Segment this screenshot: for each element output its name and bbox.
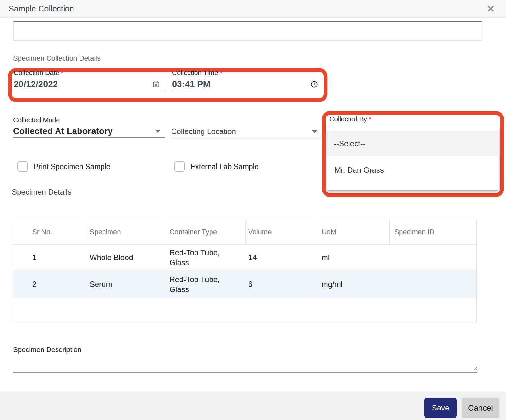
external-lab-sample-label: External Lab Sample <box>190 162 259 171</box>
cell-volume: 14 <box>246 245 318 270</box>
required-asterisk: * <box>61 69 63 76</box>
column-header-uom: UoM <box>318 219 390 244</box>
collected-by-options-panel: --Select-- Mr. Dan Grass <box>327 125 499 190</box>
cell-container-type: Red-Top Tube, Glass <box>166 270 246 298</box>
modal-footer: Save Cancel <box>0 392 506 420</box>
cell-specimen-id <box>390 270 476 298</box>
print-specimen-sample-label: Print Specimen Sample <box>34 162 110 171</box>
collection-details-heading: Specimen Collection Details <box>13 54 101 63</box>
collected-by-option-select[interactable]: --Select-- <box>327 131 499 156</box>
resize-handle-icon[interactable] <box>472 365 477 371</box>
collected-mode-dropdown[interactable]: Collected Mode Collected At Laboratory <box>13 116 165 138</box>
collected-by-field: Collected By* --Select-- Mr. Dan Grass <box>326 115 500 193</box>
page-title: Sample Collection <box>9 4 74 13</box>
specimen-description-label: Specimen Description <box>13 346 81 354</box>
cancel-button[interactable]: Cancel <box>462 398 499 418</box>
collection-date-field[interactable]: Collection Date* 20/12/2022 <box>14 69 165 91</box>
table-empty-area <box>13 298 476 322</box>
calendar-icon[interactable] <box>153 81 160 88</box>
cell-specimen: Whole Blood <box>87 245 167 270</box>
external-lab-sample-option: External Lab Sample <box>174 161 259 172</box>
column-header-specimen-id: Specimen ID <box>390 219 476 244</box>
table-row[interactable]: 1 Whole Blood Red-Top Tube, Glass 14 ml <box>13 244 476 270</box>
required-asterisk: * <box>369 115 371 123</box>
collecting-location-placeholder: Collecting Location <box>171 127 236 136</box>
table-header-row: Sr No. Specimen Container Type Volume Uo… <box>13 219 476 244</box>
cell-specimen: Serum <box>87 270 167 298</box>
collected-by-option-dan-grass[interactable]: Mr. Dan Grass <box>327 156 499 184</box>
collected-mode-value: Collected At Laboratory <box>13 126 113 136</box>
table-row[interactable]: 2 Serum Red-Top Tube, Glass 6 mg/ml <box>13 270 476 298</box>
cell-volume: 6 <box>246 270 318 298</box>
collection-date-label: Collection Date <box>14 69 59 76</box>
close-icon[interactable]: ✕ <box>485 3 496 15</box>
collected-mode-label: Collected Mode <box>13 116 165 124</box>
collection-time-label: Collection Time <box>172 69 218 76</box>
column-header-sr-no: Sr No. <box>13 219 87 244</box>
cell-sr-no: 1 <box>13 245 87 270</box>
cell-uom: mg/ml <box>318 270 390 298</box>
column-header-container-type: Container Type <box>166 219 246 244</box>
column-header-volume: Volume <box>246 219 318 244</box>
column-header-specimen: Specimen <box>87 219 167 244</box>
cell-container-type: Red-Top Tube, Glass <box>166 245 246 270</box>
external-lab-sample-checkbox[interactable] <box>174 161 185 172</box>
collection-time-value: 03:41 PM <box>172 79 210 89</box>
chevron-down-icon <box>155 130 161 133</box>
clock-icon[interactable] <box>310 81 318 88</box>
collection-time-field[interactable]: Collection Time* 03:41 PM <box>172 69 322 91</box>
specimen-details-heading: Specimen Details <box>12 188 72 197</box>
required-asterisk: * <box>220 69 222 76</box>
cell-sr-no: 2 <box>13 270 87 298</box>
cell-uom: ml <box>318 245 390 270</box>
collection-date-value: 20/12/2022 <box>14 79 58 89</box>
specimen-table: Sr No. Specimen Container Type Volume Uo… <box>13 219 477 322</box>
collecting-location-dropdown[interactable]: Collecting Location <box>171 116 322 138</box>
modal-body: Specimen Collection Details Collection D… <box>0 18 506 392</box>
save-button[interactable]: Save <box>424 398 457 418</box>
print-specimen-sample-option: Print Specimen Sample <box>17 161 110 172</box>
print-specimen-sample-checkbox[interactable] <box>17 161 28 172</box>
collected-by-label: Collected By <box>329 115 367 123</box>
cell-specimen-id <box>390 245 476 270</box>
notes-textarea[interactable] <box>13 21 482 41</box>
chevron-down-icon <box>312 130 318 133</box>
specimen-description-input[interactable] <box>13 372 477 373</box>
modal-header: Sample Collection ✕ <box>0 0 506 18</box>
